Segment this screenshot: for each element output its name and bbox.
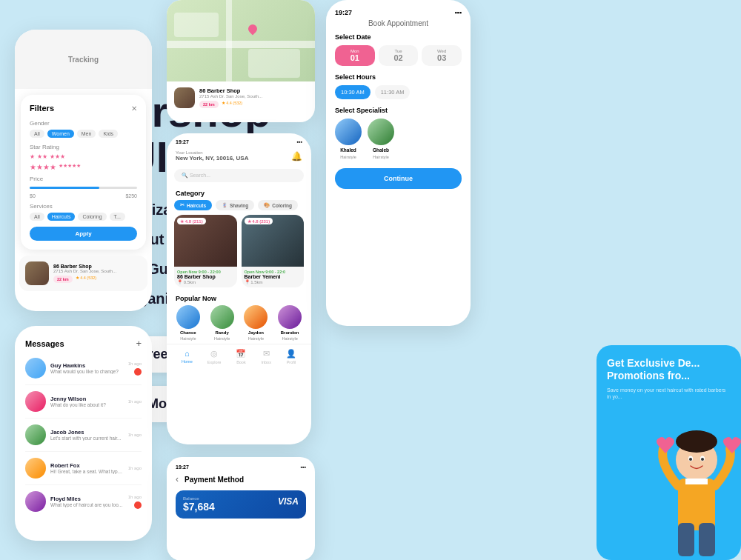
payment-title: Payment Method	[185, 476, 244, 484]
message-item-4[interactable]: Robert Fox Hi! Great, take a seat. What …	[25, 458, 142, 485]
message-item-2[interactable]: Jenny Wilson What do you like about it? …	[25, 391, 142, 419]
svg-rect-13	[678, 523, 694, 556]
card-dist-1: 📍 0.5km	[177, 279, 234, 284]
svg-point-10	[689, 458, 692, 461]
map-road-vertical	[226, 0, 232, 81]
specialist-1[interactable]: Khaled Hairstyle	[335, 119, 362, 159]
popular-label: Popular Now	[167, 292, 311, 305]
barber-card-info-2: Open Now 9:00 - 22:0 Barber Yemeni 📍 1.5…	[242, 267, 305, 287]
unread-badge-1	[134, 368, 142, 376]
select-specialist-label: Select Specialist	[335, 107, 462, 114]
barber-card-1[interactable]: ★ 4.8 (211) Open Now 9:00 - 22:00 86 Bar…	[174, 215, 237, 287]
popular-role-4: Hairstyle	[282, 336, 297, 341]
barber-card-2[interactable]: ★ 4.8 (231) Open Now 9:00 - 22:0 Barber …	[242, 215, 305, 287]
price-slider[interactable]	[30, 187, 137, 189]
star-rating-label: Star Rating	[30, 144, 137, 150]
date-chip-mon[interactable]: Mon 01	[335, 45, 375, 66]
phone-top-map: Tracking	[15, 30, 152, 89]
phone-home: 19:27 ▪▪▪ Your Location New York, NY, 10…	[167, 133, 311, 444]
msg-preview-5: What type of haircut are you loo...	[50, 502, 124, 507]
back-icon[interactable]: ‹	[176, 474, 179, 484]
popular-avatar-3	[244, 305, 268, 329]
popular-item-2[interactable]: Randy Hairstyle	[210, 305, 234, 341]
tab-kids[interactable]: Kids	[99, 130, 118, 138]
add-message-icon[interactable]: +	[136, 338, 142, 349]
msg-content-3: Jacob Jones Let's start with your curren…	[50, 429, 124, 441]
spec-name-1: Khaled	[340, 147, 356, 153]
message-item-5[interactable]: Floyd Miles What type of haircut are you…	[25, 491, 142, 518]
map-barber-name: 86 Barber Shop	[199, 87, 262, 94]
category-pills: ✂ Haircuts 💈 Shaving 🎨 Coloring	[167, 200, 311, 215]
popular-role-3: Hairstyle	[248, 336, 264, 341]
character-illustration	[652, 412, 741, 560]
popular-name-2: Randy	[215, 330, 228, 335]
svg-rect-14	[699, 523, 715, 556]
service-other[interactable]: T...	[110, 213, 125, 221]
category-haircuts[interactable]: ✂ Haircuts	[174, 200, 212, 210]
tab-men[interactable]: Men	[77, 130, 96, 138]
nav-explore[interactable]: ◎ Explore	[207, 349, 222, 364]
explore-icon: ◎	[210, 349, 218, 359]
map-barber-info: 86 Barber Shop 2715 Ash Dr. San Jose, So…	[167, 81, 315, 114]
message-item-3[interactable]: Jacob Jones Let's start with your curren…	[25, 424, 142, 452]
popular-item-3[interactable]: Jaydon Hairstyle	[244, 305, 268, 341]
bottom-nav: ⌂ Home ◎ Explore 📅 Book ✉ Inbox 👤 Profil	[167, 344, 311, 369]
balance-label: Balance	[183, 496, 215, 501]
tab-women[interactable]: Women	[47, 130, 74, 138]
msg-preview-2: What do you like about it?	[50, 402, 124, 407]
service-tabs: All Haircuts Coloring T...	[30, 213, 137, 221]
date-chip-tue[interactable]: Tue 02	[379, 45, 419, 66]
apply-button[interactable]: Apply	[30, 227, 137, 241]
svg-rect-12	[685, 479, 708, 484]
msg-avatar-4	[25, 458, 46, 479]
nav-book[interactable]: 📅 Book	[236, 349, 246, 364]
hour-chip-1130[interactable]: 11:30 AM	[375, 85, 411, 99]
msg-time-5: 1h ago	[128, 495, 142, 499]
tab-all[interactable]: All	[30, 130, 44, 138]
search-placeholder: Search...	[190, 173, 210, 178]
nav-home[interactable]: ⌂ Home	[182, 349, 193, 364]
select-date-label: Select Date	[335, 33, 462, 41]
close-icon[interactable]: ✕	[131, 104, 137, 113]
unread-badge-5	[134, 501, 142, 509]
filter-modal: Filters ✕ Gender All Women Men Kids Star…	[21, 95, 146, 250]
star-row-1: ★ ★★ ★★★	[30, 153, 137, 160]
spec-role-2: Hairstyle	[373, 155, 388, 159]
svg-point-7	[676, 430, 717, 453]
nav-profile[interactable]: 👤 Profil	[286, 349, 296, 364]
map-dist-tag: 22 km	[199, 101, 219, 108]
payment-header: ‹ Payment Method	[176, 474, 306, 484]
category-coloring[interactable]: 🎨 Coloring	[258, 200, 298, 210]
message-item-1[interactable]: Guy Hawkins What would you like to chang…	[25, 358, 142, 385]
msg-content-5: Floyd Miles What type of haircut are you…	[50, 496, 124, 507]
popular-item-1[interactable]: Chance Hairstyle	[176, 305, 200, 341]
service-coloring[interactable]: Coloring	[78, 213, 106, 221]
msg-preview-1: What would you like to change?	[50, 369, 124, 374]
map-barber-details: 86 Barber Shop 2715 Ash Dr. San Jose, So…	[199, 87, 262, 108]
notification-icon[interactable]: 🔔	[291, 151, 302, 161]
msg-preview-3: Let's start with your current hair...	[50, 436, 124, 441]
date-chip-wed[interactable]: Wed 03	[422, 45, 462, 66]
profile-icon: 👤	[286, 349, 296, 359]
barber-info-card: 86 Barber Shop 2715 Ash Dr. San Jose, So…	[19, 256, 147, 291]
continue-button[interactable]: Continue	[335, 168, 462, 189]
barber-thumbnail	[25, 261, 49, 285]
msg-avatar-5	[25, 491, 46, 512]
service-all[interactable]: All	[30, 213, 44, 221]
date-row: Mon 01 Tue 02 Wed 03	[335, 45, 462, 66]
promo-desc: Save money on your next haircut with rat…	[607, 387, 731, 401]
card-dist-2: 📍 1.5km	[245, 279, 302, 284]
nav-inbox[interactable]: ✉ Inbox	[261, 349, 270, 364]
category-shaving[interactable]: 💈 Shaving	[216, 200, 254, 210]
filter-title: Filters	[30, 104, 54, 113]
hour-chip-1030[interactable]: 10:30 AM	[335, 85, 370, 99]
appt-status-icons: ▪▪▪	[454, 9, 462, 16]
spec-avatar-2	[368, 119, 394, 145]
service-haircuts[interactable]: Haircuts	[47, 213, 76, 221]
search-bar[interactable]: 🔍 Search...	[174, 169, 304, 182]
popular-row: Chance Hairstyle Randy Hairstyle Jaydon …	[167, 305, 311, 341]
specialist-2[interactable]: Ghaleb Hairstyle	[368, 119, 394, 159]
popular-item-4[interactable]: Brandon Hairstyle	[278, 305, 302, 341]
map-pin-icon	[247, 23, 259, 36]
popular-avatar-2	[210, 305, 234, 329]
